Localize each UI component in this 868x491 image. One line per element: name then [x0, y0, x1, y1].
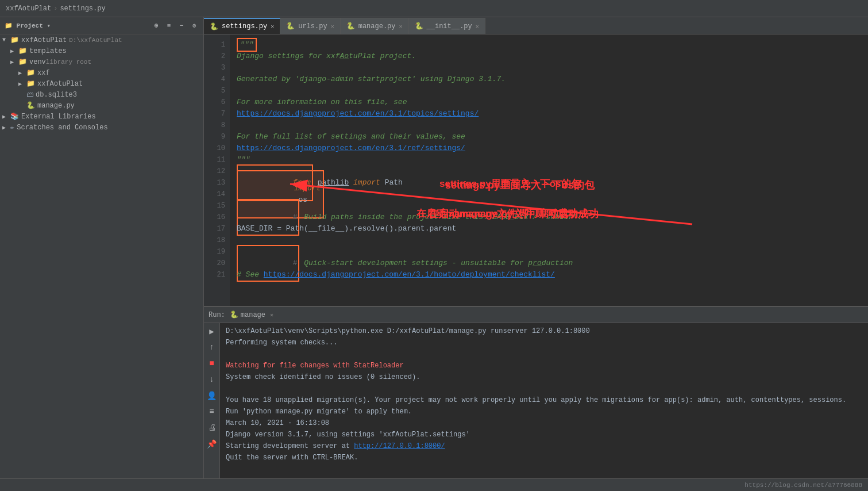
code-line-15 [237, 200, 868, 212]
run-icon-down[interactable]: ↓ [206, 374, 218, 385]
tree-item-templates[interactable]: ▶ 📁 templates [0, 45, 203, 56]
console-line-6 [226, 383, 862, 394]
tree-item-venv[interactable]: ▶ 📁 venv library root [0, 56, 203, 67]
tree-lib-label-venv: library root [46, 59, 91, 66]
code-string-11: """ [237, 154, 250, 166]
run-icon-stop[interactable]: ■ [206, 358, 218, 369]
code-line-5 [237, 85, 868, 97]
code-string-1: """ [237, 38, 257, 52]
tab-settings[interactable]: 🐍 settings.py ✕ [204, 18, 280, 34]
run-tab-close[interactable]: ✕ [270, 312, 273, 319]
toolbar-icon-1[interactable]: ⊕ [152, 21, 161, 30]
console-line-5: System check identified no issues (0 sil… [226, 371, 862, 383]
arrow-xxfaotuplat: ▶ [18, 80, 26, 87]
folder-icon-templates: 📁 [18, 47, 27, 55]
code-line-18 [237, 235, 868, 246]
tab-urls[interactable]: 🐍 urls.py ✕ [280, 18, 340, 34]
tree-label-managepy: manage.py [37, 102, 75, 110]
run-icon-up[interactable]: ↑ [206, 342, 218, 353]
tree-path-root: D:\xxfAotuPlat [69, 37, 122, 44]
tab-label-settings: settings.py [222, 22, 267, 30]
console-line-7: You have 18 unapplied migration(s). Your… [226, 394, 862, 406]
code-line-7: https://docs.djangoproject.com/en/3.1/to… [237, 108, 868, 120]
tree-item-scratches[interactable]: ▶ ✏ Scratches and Consoles [0, 122, 203, 133]
content-area: 🐍 settings.py ✕ 🐍 urls.py ✕ 🐍 manage.py … [204, 17, 868, 478]
code-line-6: For more information on this file, see [237, 97, 868, 108]
code-comment-9: For the full list of settings and their … [237, 131, 465, 143]
arrow-root: ▼ [2, 37, 10, 43]
run-side-icons: ▶ ↑ ■ ↓ 👤 ≡ 🖨 📌 [204, 323, 220, 478]
toolbar-icon-2[interactable]: ≡ [164, 21, 173, 30]
run-icon-print[interactable]: 🖨 [206, 422, 218, 434]
console-line-11: Starting development server at http://12… [226, 440, 862, 452]
run-icon-play[interactable]: ▶ [206, 325, 218, 337]
tab-close-settings[interactable]: ✕ [271, 23, 274, 30]
toolbar-icons: ⊕ ≡ − ⚙ [152, 21, 199, 30]
line-numbers: 1 2 3 4 5 6 7 8 9 10 11 12 13 14 15 16 1… [204, 34, 230, 306]
tree-label-root: xxfAotuPlat [21, 36, 67, 44]
code-comment-6: For more information on this file, see [237, 97, 407, 108]
breadcrumb-sep1: › [53, 5, 57, 13]
kw-import: import [349, 177, 384, 189]
title-bar: xxfAotuPlat › settings.py [0, 0, 868, 17]
tab-close-manage[interactable]: ✕ [399, 23, 403, 30]
arrow-xxf: ▶ [18, 70, 26, 76]
run-content-wrapper: ▶ ↑ ■ ↓ 👤 ≡ 🖨 📌 D:\xxfAotuPlat\venv\Scri… [204, 323, 868, 478]
arrow-scratches: ▶ [2, 124, 10, 131]
tab-manage[interactable]: 🐍 manage.py ✕ [341, 18, 409, 34]
code-line-9: For the full list of settings and their … [237, 131, 868, 143]
status-bar: https://blog.csdn.net/a77766888 [0, 478, 868, 491]
code-line-20: # Quick-start development settings - uns… [237, 258, 868, 269]
run-tab-icon: 🐍 [230, 310, 238, 319]
code-line-12 [237, 166, 868, 177]
arrow-templates: ▶ [10, 48, 18, 55]
tree-item-extlibs[interactable]: ▶ 📚 External Libraries [0, 111, 203, 122]
scratches-icon: ✏ [10, 123, 14, 132]
code-comment-16: Build paths inside the project like this… [299, 212, 581, 223]
tab-label-urls: urls.py [298, 22, 327, 30]
run-tab-manage[interactable]: 🐍 manage ✕ [230, 310, 273, 319]
code-comment-21: # See [237, 269, 264, 281]
code-comment-20: Quick-start development settings - unsui… [299, 258, 573, 269]
tab-close-urls[interactable]: ✕ [331, 23, 334, 30]
console-line-12: Quit the server with CTRL-BREAK. [226, 452, 862, 463]
toolbar-icon-minus[interactable]: − [177, 21, 186, 30]
code-line-8 [237, 120, 868, 131]
code-line-1: """ [237, 39, 868, 51]
code-line-14: import os [237, 189, 868, 200]
run-icon-person[interactable]: 👤 [206, 390, 218, 401]
console-line-1: D:\xxfAotuPlat\venv\Scripts\python.exe D… [226, 325, 862, 337]
editor-area: 1 2 3 4 5 6 7 8 9 10 11 12 13 14 15 16 1… [204, 34, 868, 306]
code-link-10: https://docs.djangoproject.com/en/3.1/re… [237, 143, 465, 154]
tab-icon-manage: 🐍 [346, 22, 355, 30]
run-label: Run: [209, 311, 225, 319]
tree-item-root[interactable]: ▼ 📁 xxfAotuPlat D:\xxfAotuPlat [0, 34, 203, 45]
code-line-10: https://docs.djangoproject.com/en/3.1/re… [237, 143, 868, 154]
tree-item-xxfaotuplat[interactable]: ▶ 📁 xxfAotuPlat [0, 78, 203, 89]
console-server-link[interactable]: http://127.0.0.1:8000/ [354, 442, 445, 450]
code-path: Path [385, 177, 403, 189]
tab-icon-init: 🐍 [415, 22, 423, 30]
code-line-13: from pathlib import Path [237, 177, 868, 189]
code-link-21: https://docs.djangoproject.com/en/3.1/ho… [264, 269, 555, 281]
sidebar: 📁 Project ▾ ⊕ ≡ − ⚙ ▼ 📁 xxfAotuPlat D:\x… [0, 17, 204, 478]
tree-item-managepy[interactable]: 🐍 manage.py [0, 100, 203, 111]
code-line-21: # See https://docs.djangoproject.com/en/… [237, 269, 868, 281]
tree-item-xxf[interactable]: ▶ 📁 xxf [0, 67, 203, 78]
tabs-bar: 🐍 settings.py ✕ 🐍 urls.py ✕ 🐍 manage.py … [204, 17, 868, 34]
toolbar-icon-gear[interactable]: ⚙ [190, 21, 199, 30]
code-line-11: """ [237, 154, 868, 166]
tree-label-scratches: Scratches and Consoles [17, 124, 107, 132]
run-icon-list[interactable]: ≡ [206, 406, 218, 417]
arrow-extlibs: ▶ [2, 113, 10, 120]
run-icon-pin[interactable]: 📌 [206, 438, 218, 450]
tab-close-init[interactable]: ✕ [476, 23, 479, 30]
tree-label-xxfaotuplat: xxfAotuPlat [37, 80, 83, 88]
code-basedir: BASE_DIR = Path(__file__).resolve().pare… [237, 223, 456, 235]
tree-item-db[interactable]: 🗃 db.sqlite3 [0, 89, 203, 100]
tab-label-init: __init__.py [427, 22, 472, 30]
tab-init[interactable]: 🐍 __init__.py ✕ [409, 18, 485, 34]
code-line-16: # Build paths inside the project like th… [237, 212, 868, 223]
run-tab-label: manage [241, 311, 265, 319]
tree-label-extlibs: External Libraries [21, 113, 96, 121]
